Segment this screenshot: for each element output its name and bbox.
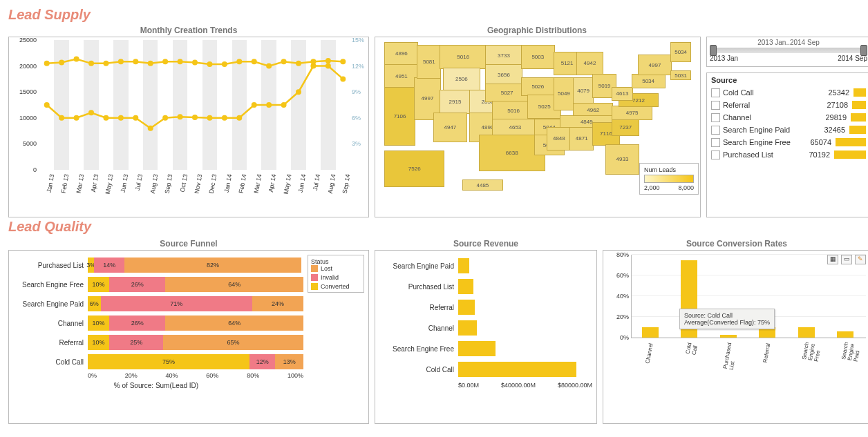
funnel-seg-converted: 3% (88, 258, 94, 273)
source-conversion-chart[interactable]: Source Conversion Rates ▦ ▭ ✎ 80%60%40%2… (603, 239, 868, 424)
map-state[interactable]: 4896 (384, 42, 418, 66)
funnel-seg-invalid: 25% (109, 335, 163, 350)
svg-point-37 (281, 59, 287, 64)
source-value: 65074 (804, 138, 831, 146)
svg-point-38 (296, 61, 301, 66)
map-state[interactable]: 4947 (433, 113, 467, 143)
funnel-seg-lost: 24% (252, 296, 303, 311)
source-filter-row[interactable]: Search Engine Paid32465 (711, 124, 866, 135)
funnel-row[interactable]: Search Engine Free10%26%64% (9, 275, 303, 293)
conversion-bar[interactable] (798, 327, 815, 338)
map-state[interactable]: 3656 (485, 64, 522, 85)
source-filter-row[interactable]: Cold Call25342 (711, 87, 866, 98)
checkbox-icon[interactable] (711, 113, 720, 122)
map-state[interactable]: 2506 (443, 68, 480, 91)
map-state[interactable]: 5034 (632, 74, 666, 88)
funnel-row[interactable]: Cold Call75%12%13% (9, 353, 303, 371)
funnel-row[interactable]: Channel10%26%64% (9, 314, 303, 332)
revenue-row[interactable]: Search Engine Free (379, 339, 592, 358)
map-state[interactable]: 4613 (612, 87, 632, 101)
revenue-row[interactable]: Search Engine Paid (379, 256, 592, 275)
map-state[interactable]: 5049 (554, 77, 574, 110)
source-filter-row[interactable]: Search Engine Free65074 (711, 137, 866, 148)
svg-point-6 (133, 115, 138, 121)
map-state[interactable]: 5081 (417, 45, 441, 78)
source-name: Search Engine Paid (723, 126, 818, 134)
svg-point-29 (162, 59, 168, 64)
source-value: 29819 (819, 113, 847, 122)
monthly-trends-chart[interactable]: Monthly Creation Trends Leads Created % … (8, 26, 369, 217)
revenue-row[interactable]: Channel (379, 318, 592, 338)
funnel-seg-lost: 13% (275, 354, 303, 369)
map-state[interactable]: 4848 (547, 127, 571, 150)
source-bar (834, 150, 866, 159)
revenue-title: Source Revenue (375, 239, 597, 249)
source-filter-row[interactable]: Purchased List70192 (711, 149, 866, 160)
checkbox-icon[interactable] (711, 138, 720, 147)
svg-point-41 (340, 59, 346, 64)
source-value: 27108 (820, 101, 848, 109)
checkbox-icon[interactable] (711, 150, 720, 159)
funnel-seg-lost: 82% (124, 258, 301, 273)
map-state[interactable]: 5016 (440, 45, 487, 68)
geo-map[interactable]: Num Leads 2,0008,000 4896495171064997508… (375, 37, 701, 217)
map-state[interactable]: 4485 (462, 179, 502, 191)
map-state[interactable]: 5003 (521, 45, 555, 68)
map-state[interactable]: 4962 (573, 103, 613, 117)
source-filter-row[interactable]: Channel29819 (711, 112, 866, 123)
source-funnel-chart[interactable]: Source Funnel Purchased List3%14%82%Sear… (8, 239, 369, 424)
checkbox-icon[interactable] (711, 88, 720, 97)
conversion-bar[interactable] (720, 335, 737, 338)
svg-point-16 (281, 102, 287, 108)
funnel-seg-converted: 6% (88, 296, 101, 311)
checkbox-icon[interactable] (711, 101, 720, 110)
map-state[interactable]: 4871 (569, 127, 594, 150)
conversion-bar[interactable] (837, 331, 853, 338)
source-value: 25342 (822, 88, 849, 97)
map-state[interactable]: 2915 (440, 90, 470, 113)
checkbox-icon[interactable] (711, 126, 720, 135)
svg-point-39 (310, 59, 316, 64)
source-revenue-chart[interactable]: Source Revenue Search Engine PaidPurchas… (375, 239, 597, 424)
map-state[interactable]: 4942 (576, 52, 604, 75)
map-state[interactable]: 5034 (670, 42, 691, 63)
svg-point-26 (118, 59, 124, 64)
map-state[interactable]: 7106 (384, 87, 415, 146)
revenue-bar (458, 341, 496, 356)
funnel-row[interactable]: Purchased List3%14%82% (9, 256, 303, 274)
map-state[interactable]: 3733 (485, 45, 522, 66)
funnel-title: Source Funnel (8, 239, 369, 249)
funnel-xlabel: % of Source: Sum(Lead ID) (9, 382, 303, 389)
funnel-row[interactable]: Referral10%25%65% (9, 333, 303, 351)
revenue-category: Cold Call (379, 366, 458, 373)
conversion-title: Source Conversion Rates (603, 239, 868, 249)
revenue-row[interactable]: Referral (379, 298, 592, 317)
map-legend-min: 2,000 (644, 184, 660, 191)
legend-label: Invalid (321, 274, 339, 281)
funnel-row[interactable]: Search Engine Paid6%71%24% (9, 295, 303, 313)
date-range-slider[interactable]: 2013 Jan..2014 Sep 2013 Jan 2014 Sep (706, 37, 868, 67)
map-state[interactable]: 4975 (612, 106, 652, 120)
map-state[interactable]: 5026 (521, 77, 555, 97)
conversion-bar[interactable] (642, 327, 659, 338)
funnel-category: Search Engine Paid (9, 300, 88, 308)
svg-point-4 (103, 115, 108, 121)
source-filter-panel: Source Cold Call25342Referral27108Channe… (706, 72, 868, 217)
map-state[interactable]: 7526 (384, 150, 444, 187)
source-filter-row[interactable]: Referral27108 (711, 99, 866, 110)
svg-point-30 (178, 59, 183, 64)
map-state[interactable]: 4653 (492, 119, 539, 136)
revenue-row[interactable]: Cold Call (379, 360, 592, 379)
source-name: Channel (723, 113, 819, 122)
source-bar (853, 88, 866, 97)
map-state[interactable]: 4997 (638, 55, 672, 75)
map-state[interactable]: 4079 (573, 77, 594, 104)
svg-point-1 (59, 115, 64, 121)
map-state[interactable]: 7237 (612, 119, 639, 136)
svg-point-8 (162, 115, 168, 121)
svg-point-19 (326, 64, 331, 69)
funnel-seg-converted: 10% (88, 277, 109, 292)
map-state[interactable]: 4933 (605, 144, 639, 175)
map-state[interactable]: 5031 (670, 70, 691, 80)
revenue-row[interactable]: Purchased List (379, 277, 592, 296)
